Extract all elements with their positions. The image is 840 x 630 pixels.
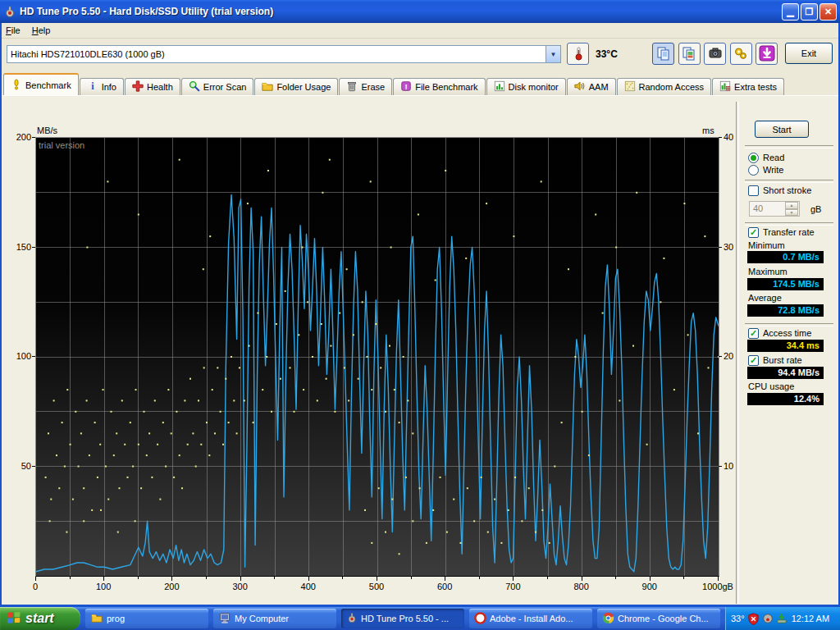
x-axis-tick: 1000gB [693,582,742,591]
menu-file[interactable]: File [0,25,26,36]
write-radio[interactable] [748,165,759,176]
tab-benchmark[interactable]: Benchmark [3,73,79,95]
window-border-left [0,23,2,605]
drive-selector[interactable]: Hitachi HDS721010DLE630 (1000 gB) ▼ [7,45,561,63]
right-axis-unit: ms [702,126,714,135]
tick [35,577,36,581]
write-label[interactable]: Write [763,165,783,175]
taskbar-item-adobe-install-ado[interactable]: Adobe - Install Ado... [469,609,592,628]
menu-help[interactable]: Help [26,25,57,36]
read-label[interactable]: Read [763,153,784,162]
tab-info[interactable]: iInfo [80,78,124,95]
hdtune-tray-icon [762,613,774,624]
tick [32,356,35,357]
left-axis-tick: 50 [3,461,31,471]
thermometer-icon [572,46,585,62]
health-icon [132,80,144,94]
temperature-reading: 33°C [596,48,618,60]
left-axis-unit: MB/s [37,126,57,135]
taskbar-item-hd-tune-pro-5-50[interactable]: HD Tune Pro 5.50 - ... [341,609,464,628]
start-benchmark-button[interactable]: Start [755,121,809,138]
erase-icon [346,80,358,94]
svg-text:i: i [91,80,94,92]
tab-label: Info [102,82,116,92]
app-icon [3,5,16,18]
read-radio[interactable] [748,153,759,163]
close-button[interactable]: ✕ [819,3,837,21]
screenshot-button[interactable] [704,43,726,65]
tick [615,577,616,579]
start-button[interactable]: start [0,607,80,630]
taskbar-item-my-computer[interactable]: My Computer [213,609,336,628]
tick [206,577,207,579]
toolbar: Hitachi HDS721010DLE630 (1000 gB) ▼ 33°C… [0,39,840,74]
copy-icon [656,46,671,62]
cpu-usage-value: 12.4% [747,393,824,405]
panel-divider [736,102,739,604]
short-stroke-stepper[interactable]: ▲▼ [785,202,798,216]
tab-aam[interactable]: AAM [567,78,616,95]
download-icon [759,45,775,63]
svg-text:!: ! [405,82,408,91]
update-button[interactable] [756,43,778,65]
copy-image-button[interactable] [678,43,701,65]
right-axis-tick: 20 [724,351,733,361]
windows-flag-icon [7,610,21,627]
task-label: prog [107,614,125,623]
tick [342,577,343,579]
minimum-value: 0.7 MB/s [747,251,824,263]
taskbar-item-prog[interactable]: prog [85,609,208,628]
tab-erase[interactable]: Erase [339,78,392,95]
access-time-checkbox[interactable]: ✓ [748,328,759,339]
network-icon [776,613,788,624]
tick [32,137,35,138]
transfer-rate-checkbox[interactable]: ✓ [748,227,759,238]
short-stroke-unit: gB [810,204,821,214]
tab-error-scan[interactable]: Error Scan [181,78,254,95]
tick [274,577,275,579]
tab-disk-monitor[interactable]: Disk monitor [486,78,566,95]
task-label: Chrome - Google Ch... [618,614,709,623]
tick [683,577,684,579]
tick [171,577,172,581]
copy-text-button[interactable] [652,43,674,65]
tab-folder-usage[interactable]: Folder Usage [254,78,338,95]
transfer-rate-label[interactable]: Transfer rate [763,227,815,237]
tick [582,577,582,581]
tick [650,577,651,581]
minimum-label: Minimum [748,240,785,250]
separator [745,323,833,326]
tab-label: AAM [589,82,609,92]
cpu-usage-label: CPU usage [748,381,794,391]
copy-image-icon [682,46,696,62]
burst-rate-label[interactable]: Burst rate [763,355,802,365]
file-benchmark-icon: ! [400,80,412,94]
short-stroke-label[interactable]: Short stroke [763,185,811,195]
burst-rate-checkbox[interactable]: ✓ [748,355,759,366]
tick [719,137,722,138]
tick [513,577,514,581]
tab-extra-tests[interactable]: Extra tests [712,78,784,95]
x-axis-tick: 200 [147,582,196,591]
exit-button[interactable]: Exit [785,43,833,64]
access-time-label[interactable]: Access time [763,328,811,338]
tab-label: Random Access [639,82,704,92]
trial-watermark: trial version [39,140,84,150]
taskbar-item-chrome-google-ch[interactable]: Chrome - Google Ch... [597,609,720,628]
tab-file-benchmark[interactable]: !File Benchmark [393,78,485,95]
burst-rate-value: 94.4 MB/s [747,367,824,379]
tab-health[interactable]: Health [125,78,180,95]
tick [719,247,722,248]
restore-button[interactable]: ❐ [801,3,818,21]
temperature-button[interactable] [567,43,589,65]
task-label: My Computer [235,614,289,623]
chevron-down-icon[interactable]: ▼ [546,46,560,62]
tab-random-access[interactable]: Random Access [617,78,711,95]
x-axis-tick: 300 [216,582,265,591]
short-stroke-checkbox[interactable] [748,185,759,196]
tick [411,577,412,579]
options-button[interactable] [730,43,752,65]
x-axis-tick: 0 [11,582,60,591]
minimize-button[interactable]: ▁ [782,3,799,21]
right-axis-tick: 10 [724,461,733,471]
